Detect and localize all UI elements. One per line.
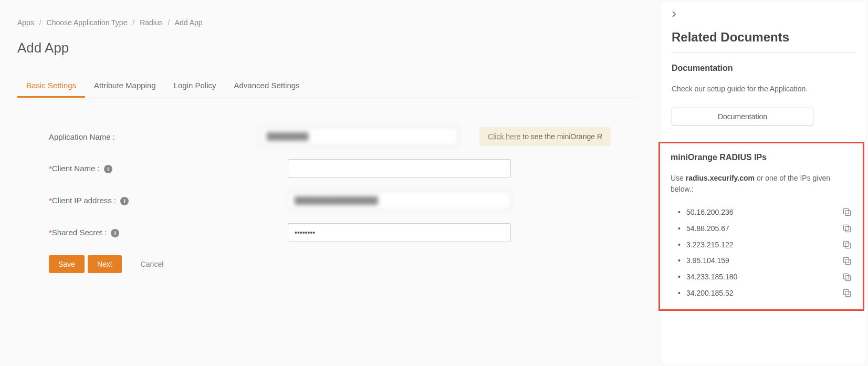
svg-rect-6	[845, 259, 851, 264]
breadcrumb-separator: /	[39, 18, 41, 27]
panel-title: Related Documents	[672, 30, 855, 53]
svg-rect-4	[845, 243, 851, 248]
ip-list-item: 3.223.215.122	[686, 237, 852, 253]
save-button[interactable]: Save	[49, 255, 85, 273]
client-name-label-text: Client Name :	[52, 164, 100, 173]
client-ip-label-text: Client IP address :	[52, 196, 116, 205]
svg-rect-1	[843, 209, 849, 214]
ip-value: 3.95.104.159	[686, 253, 729, 269]
shared-secret-input[interactable]	[288, 223, 511, 242]
cancel-button[interactable]: Cancel	[131, 255, 173, 273]
documentation-heading: Documentation	[672, 64, 855, 73]
radius-ips-title: miniOrange RADIUS IPs	[671, 153, 852, 162]
svg-rect-10	[845, 291, 851, 297]
ip-list-item: 34.233.185.180	[686, 269, 852, 285]
breadcrumb-apps[interactable]: Apps	[17, 18, 34, 27]
breadcrumb-choose-type[interactable]: Choose Application Type	[47, 18, 128, 27]
svg-rect-3	[843, 225, 849, 231]
documentation-button[interactable]: Documentation	[672, 108, 813, 126]
copy-icon[interactable]	[842, 256, 852, 266]
ip-list: 50.16.200.236 54.88.205.67 3.223.215.122…	[671, 204, 852, 301]
breadcrumb-separator: /	[168, 18, 170, 27]
next-button[interactable]: Next	[88, 255, 122, 273]
panel-toggle-chevron[interactable]	[672, 11, 855, 19]
svg-rect-7	[843, 257, 849, 263]
tab-basic-settings[interactable]: Basic Settings	[17, 75, 85, 98]
radius-ips-box: miniOrange RADIUS IPs Use radius.xecurif…	[658, 142, 864, 311]
click-here-text: to see the miniOrange R	[520, 132, 602, 141]
copy-icon[interactable]	[842, 272, 852, 283]
ip-list-item: 50.16.200.236	[686, 204, 852, 221]
tab-attribute-mapping[interactable]: Attribute Mapping	[85, 75, 165, 98]
tabs: Basic Settings Attribute Mapping Login P…	[17, 75, 642, 98]
client-ip-label: *Client IP address : i	[49, 196, 288, 205]
shared-secret-label-text: Shared Secret :	[52, 228, 107, 237]
svg-rect-2	[845, 227, 851, 232]
svg-rect-5	[843, 241, 849, 246]
application-name-label: Application Name :	[49, 132, 260, 141]
click-here-link[interactable]: Click here	[488, 132, 520, 141]
application-name-input[interactable]	[260, 127, 458, 146]
svg-rect-9	[843, 274, 849, 279]
click-here-notice: Click here to see the miniOrange R	[479, 127, 611, 146]
copy-icon[interactable]	[842, 223, 852, 234]
radius-ips-text: Use radius.xecurify.com or one of the IP…	[671, 173, 852, 195]
copy-icon[interactable]	[842, 288, 852, 298]
svg-rect-11	[843, 290, 849, 295]
ip-value: 3.223.215.122	[686, 237, 734, 253]
ip-value: 34.200.185.52	[686, 285, 734, 301]
ip-list-item: 34.200.185.52	[686, 285, 852, 301]
info-icon[interactable]: i	[111, 229, 119, 237]
ips-use-text: Use	[671, 174, 686, 182]
ip-value: 54.88.205.67	[686, 221, 729, 237]
svg-rect-0	[845, 211, 851, 216]
info-icon[interactable]: i	[104, 165, 112, 173]
breadcrumb-current: Add App	[175, 18, 203, 27]
copy-icon[interactable]	[842, 207, 852, 217]
breadcrumb-radius[interactable]: Radius	[140, 18, 163, 27]
client-name-input[interactable]	[288, 159, 511, 178]
tab-login-policy[interactable]: Login Policy	[165, 75, 225, 98]
ip-value: 34.233.185.180	[686, 269, 737, 285]
ip-list-item: 54.88.205.67	[686, 221, 852, 237]
shared-secret-label: *Shared Secret : i	[49, 228, 288, 237]
ip-value: 50.16.200.236	[686, 204, 734, 221]
client-ip-input[interactable]	[288, 191, 511, 210]
copy-icon[interactable]	[842, 239, 852, 250]
page-title: Add App	[17, 40, 642, 56]
svg-rect-8	[845, 275, 851, 280]
documentation-text: Check our setup guide for the Applicatio…	[672, 83, 855, 95]
info-icon[interactable]: i	[120, 197, 129, 205]
ips-domain: radius.xecurify.com	[686, 174, 755, 182]
client-name-label: *Client Name : i	[49, 164, 288, 173]
chevron-right-icon	[672, 11, 677, 18]
ip-list-item: 3.95.104.159	[686, 253, 852, 269]
breadcrumb: Apps / Choose Application Type / Radius …	[17, 18, 642, 27]
breadcrumb-separator: /	[132, 18, 134, 27]
tab-advanced-settings[interactable]: Advanced Settings	[225, 75, 309, 98]
